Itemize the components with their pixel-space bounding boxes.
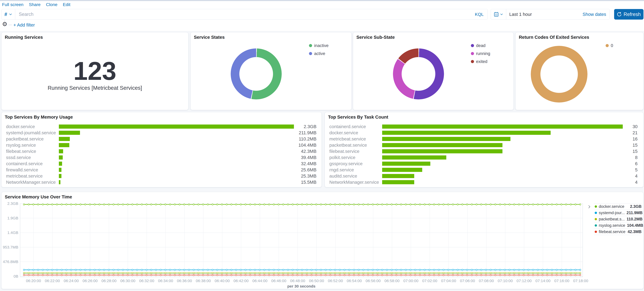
date-quick-select[interactable] (491, 9, 506, 20)
legend-item-rsyslog.service[interactable]: rsyslog.service104.4MB (594, 222, 642, 228)
legend-item-systemd-journald.service[interactable]: systemd-jour...211.9MB (594, 210, 642, 216)
bar-track (382, 149, 623, 153)
bar-track (59, 156, 294, 160)
bar-track (382, 137, 623, 141)
bar[interactable] (59, 131, 80, 135)
bar-row: metricbeat.service16 (329, 136, 638, 142)
legend-swatch (471, 44, 474, 47)
bar[interactable] (59, 143, 69, 147)
return-codes-donut[interactable] (531, 46, 588, 102)
bar[interactable] (382, 156, 446, 160)
series-filebeat.service[interactable] (23, 274, 581, 276)
bar-row: NetworkManager.service4 (329, 179, 638, 185)
legend-item-inactive[interactable]: inactive (309, 43, 328, 48)
bar[interactable] (59, 137, 70, 141)
bar[interactable] (382, 137, 510, 141)
legend-label: inactive (314, 43, 328, 48)
legend-item-active[interactable]: active (309, 51, 328, 56)
bar-row: auditd.service4 (329, 173, 638, 179)
bar-category-label: sssd.service (6, 155, 59, 160)
calendar-icon (494, 12, 499, 17)
bar[interactable] (59, 149, 63, 153)
bar-category-label: systemd-journald.service (6, 130, 59, 135)
query-language-button[interactable]: KQL (475, 12, 484, 17)
bar[interactable] (382, 131, 550, 135)
bar[interactable] (382, 174, 414, 178)
x-tick-label: 07:18:00 (573, 279, 588, 283)
legend-item-dead[interactable]: dead (471, 43, 490, 48)
y-tick-label: 476.8MB (3, 260, 18, 264)
x-tick-label: 06:24:00 (64, 279, 79, 283)
bar[interactable] (382, 162, 430, 166)
nav-share[interactable]: Share (29, 2, 40, 7)
bar[interactable] (59, 156, 63, 160)
time-range-label[interactable]: Last 1 hour (509, 12, 532, 17)
legend-item-0[interactable]: 0 (606, 43, 613, 48)
bar[interactable] (59, 180, 60, 184)
memory-line-chart[interactable]: 06:20:0006:22:0006:24:0006:26:0006:28:00… (2, 192, 644, 289)
bar-row: docker.service2.3GB (6, 124, 316, 130)
panel-running-services: Running Services 123 Running Services [M… (1, 32, 188, 110)
index-pattern-selector[interactable]: # (2, 9, 15, 20)
bar-category-label: packetbeat.service (6, 136, 59, 142)
panel-top-task-count: Top Services By Task Count containerd.se… (324, 112, 644, 187)
filter-gear-icon[interactable]: ⚙ (2, 21, 7, 27)
x-tick-label: 06:40:00 (215, 279, 230, 283)
service-sub-state-donut[interactable] (393, 48, 444, 100)
bar-category-label: rngd.service (329, 167, 382, 172)
x-tick-label: 06:52:00 (328, 279, 343, 283)
bar-track (382, 124, 623, 129)
bar[interactable] (59, 124, 294, 129)
bar[interactable] (382, 180, 414, 184)
legend-collapse-icon[interactable] (587, 204, 591, 209)
bar[interactable] (382, 143, 502, 147)
panel-title: Running Services (5, 35, 43, 40)
bar-value-label: 104.4MB (294, 142, 316, 148)
nav-full-screen[interactable]: Full screen (2, 2, 24, 7)
legend-value: 42.3MB (628, 230, 642, 234)
x-tick-label: 06:32:00 (139, 279, 154, 283)
legend-item-filebeat.service[interactable]: filebeat.service42.3MB (594, 228, 642, 235)
index-pattern-badge: # (4, 12, 7, 17)
legend-value: 2.3GB (630, 204, 642, 209)
legend-item-running[interactable]: running (471, 51, 490, 56)
x-tick-label: 06:58:00 (384, 279, 400, 283)
service-states-donut[interactable] (231, 48, 282, 100)
chevron-down-icon (500, 12, 503, 16)
legend-label: exited (476, 59, 488, 64)
legend-value: 104.4MB (627, 223, 643, 228)
bar[interactable] (382, 168, 422, 172)
refresh-button[interactable]: Refresh (614, 9, 644, 20)
bar-value-label: 4 (623, 180, 638, 185)
series-systemd-journald.service[interactable] (23, 269, 581, 270)
bar[interactable] (382, 149, 502, 153)
bar-category-label: auditd.service (329, 174, 382, 178)
nav-clone[interactable]: Clone (46, 2, 58, 7)
bar[interactable] (382, 124, 623, 129)
bar[interactable] (59, 162, 62, 166)
series-docker.service[interactable] (23, 204, 581, 205)
legend-swatch (471, 52, 474, 55)
bar[interactable] (59, 174, 62, 178)
x-tick-label: 06:30:00 (120, 279, 135, 283)
x-tick-label: 07:10:00 (498, 279, 513, 283)
date-picker[interactable]: Last 1 hour Show dates (491, 9, 610, 20)
nav-edit[interactable]: Edit (63, 2, 70, 7)
x-tick-label: 07:12:00 (516, 279, 532, 283)
legend-item-exited[interactable]: exited (471, 59, 490, 64)
x-tick-label: 06:44:00 (252, 279, 268, 283)
series-packetbeat.service[interactable] (23, 272, 581, 274)
bar-category-label: gssproxy.service (329, 161, 382, 166)
legend-item-packetbeat.service[interactable]: packetbeat.s...110.2MB (594, 216, 642, 222)
add-filter-button[interactable]: + Add filter (14, 22, 35, 28)
bar-track (382, 168, 623, 172)
show-dates-button[interactable]: Show dates (582, 12, 606, 17)
x-tick-label: 06:50:00 (309, 279, 324, 283)
bar-track (59, 168, 294, 172)
bar-track (382, 143, 623, 147)
x-tick-label: 06:56:00 (366, 279, 381, 283)
legend-item-docker.service[interactable]: docker.service2.3GB (594, 203, 642, 210)
bar[interactable] (59, 168, 62, 172)
bar-value-label: 15.5MB (294, 180, 316, 185)
search-input[interactable]: # Search KQL (2, 9, 488, 20)
